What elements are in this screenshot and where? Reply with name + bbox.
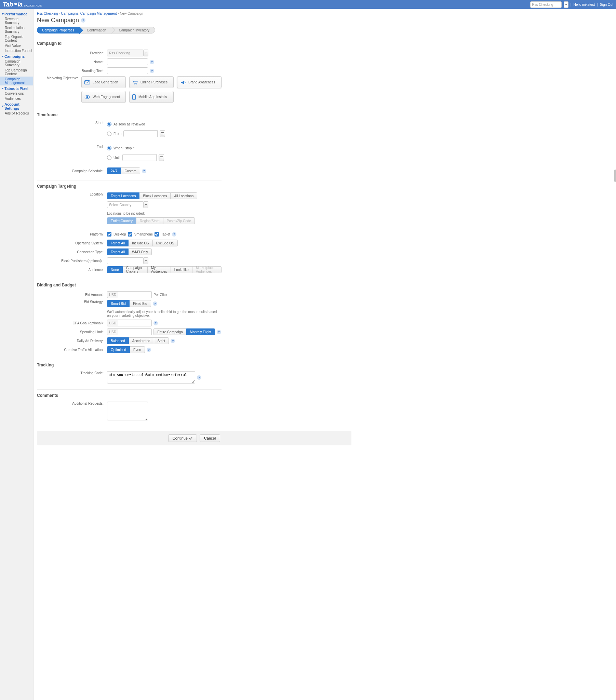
sidebar-item-interaction-funnel[interactable]: Interaction Funnel — [0, 48, 33, 53]
start-asap-radio[interactable]: As soon as reviewed — [107, 122, 145, 126]
os-include-button[interactable]: Include OS — [128, 240, 152, 247]
platform-desktop-checkbox[interactable]: Desktop — [107, 232, 126, 237]
calendar-button[interactable] — [160, 130, 165, 137]
audience-marketplace-button[interactable]: Marketplace Audiences — [192, 266, 222, 273]
wizard-step-properties[interactable]: Campaign Properties — [37, 27, 80, 34]
branding-input[interactable] — [107, 67, 148, 74]
start-from-radio[interactable]: From — [107, 130, 165, 137]
wizard-step-inventory[interactable]: Campaign Inventory — [112, 27, 156, 34]
name-input[interactable] — [107, 59, 148, 65]
calendar-button[interactable] — [159, 154, 164, 161]
provider-select[interactable]: Rss Checking — [107, 50, 144, 57]
sidebar-section-performance[interactable]: Performance — [2, 12, 33, 16]
country-select-button[interactable] — [144, 201, 148, 208]
sidebar-item-campaign-management[interactable]: Campaign Management — [0, 77, 33, 86]
sidebar-item-conversions[interactable]: Conversions — [0, 91, 33, 96]
location-all-button[interactable]: All Locations — [170, 192, 197, 199]
audience-lookalike-button[interactable]: Lookalike — [171, 266, 193, 273]
scrollbar[interactable] — [614, 9, 616, 700]
creative-optimized-button[interactable]: Optimized — [107, 346, 130, 353]
help-icon[interactable]: ? — [217, 330, 221, 334]
help-icon[interactable]: ? — [197, 375, 201, 380]
end-stop-radio[interactable]: When I stop it — [107, 146, 134, 150]
audience-none-button[interactable]: None — [107, 266, 123, 273]
block-publishers-button[interactable] — [144, 258, 148, 264]
platform-smartphone-checkbox[interactable]: Smartphone — [128, 232, 153, 237]
objective-lead-generation[interactable]: Lead Generation — [81, 76, 126, 88]
help-icon[interactable]: ? — [142, 169, 146, 173]
breadcrumb-account[interactable]: Rss Checking — [37, 12, 58, 15]
objective-web-engagement[interactable]: Web Engagement — [81, 91, 126, 103]
scope-postal-button[interactable]: Postal/Zip Code — [163, 217, 195, 224]
signout-link[interactable]: Sign Out — [600, 3, 613, 7]
os-target-all-button[interactable]: Target All — [107, 240, 128, 247]
daily-strict-button[interactable]: Strict — [154, 337, 169, 344]
sidebar-item-recirculation-summary[interactable]: Recirculation Summary — [0, 25, 33, 34]
help-icon[interactable]: ? — [172, 232, 176, 237]
spending-monthly-button[interactable]: Monthly Flight — [186, 328, 215, 335]
end-date-input[interactable] — [122, 154, 157, 161]
continue-button[interactable]: Continue — [168, 435, 197, 442]
objective-mobile-app-installs[interactable]: Mobile App Installs — [129, 91, 174, 103]
sidebar-item-top-campaign-content[interactable]: Top Campaign Content — [0, 68, 33, 77]
conn-wifi-button[interactable]: Wi-Fi Only — [128, 249, 152, 255]
help-icon[interactable]: ? — [147, 348, 151, 352]
sidebar-item-top-organic-content[interactable]: Top Organic Content — [0, 34, 33, 43]
creative-even-button[interactable]: Even — [130, 346, 145, 353]
location-target-button[interactable]: Target Locations — [107, 192, 139, 199]
label-daily: Daily Ad Delivery: — [37, 339, 107, 343]
tracking-code-textarea[interactable] — [107, 371, 195, 384]
breadcrumb-campaigns[interactable]: Campaigns: Campaign Management — [61, 12, 117, 15]
comments-textarea[interactable] — [107, 402, 148, 421]
sidebar-item-ads-txt-records[interactable]: Ads.txt Records — [0, 111, 33, 116]
calendar-icon — [160, 156, 163, 159]
help-icon[interactable]: ? — [153, 321, 158, 325]
sidebar-item-audiences[interactable]: Audiences — [0, 96, 33, 101]
wizard-step-confirmation[interactable]: Confirmation — [79, 27, 112, 34]
objective-brand-awareness[interactable]: Brand Awareness — [177, 76, 222, 88]
strategy-fixed-button[interactable]: Fixed Bid — [129, 300, 151, 307]
help-icon[interactable]: ? — [150, 69, 154, 73]
os-exclude-button[interactable]: Exclude OS — [152, 240, 178, 247]
schedule-247-button[interactable]: 24/7 — [107, 167, 121, 174]
help-icon[interactable]: ? — [150, 60, 154, 64]
account-dropdown-button[interactable] — [564, 1, 568, 8]
sidebar-section-taboola-pixel[interactable]: Taboola Pixel — [2, 87, 33, 90]
sidebar-item-revenue-summary[interactable]: Revenue Summary — [0, 16, 33, 25]
sidebar-section-campaigns[interactable]: Campaigns — [2, 54, 33, 59]
cancel-button[interactable]: Cancel — [200, 435, 220, 442]
objective-online-purchases[interactable]: Online Purchases — [129, 76, 174, 88]
end-until-radio[interactable]: Until — [107, 154, 164, 161]
svg-rect-11 — [160, 157, 163, 159]
spending-entire-button[interactable]: Entire Campaign — [153, 328, 186, 335]
spending-input[interactable] — [118, 328, 152, 335]
help-icon[interactable]: ? — [153, 301, 157, 306]
scope-region-button[interactable]: Region/State — [136, 217, 163, 224]
section-title-comments: Comments — [37, 392, 222, 401]
label-audience: Audience: — [37, 268, 107, 272]
start-date-input[interactable] — [123, 130, 158, 137]
block-publishers-select[interactable] — [107, 258, 144, 264]
help-icon[interactable]: ? — [81, 18, 85, 23]
account-selector[interactable]: Rss Checking — [530, 1, 562, 8]
strategy-smart-button[interactable]: Smart Bid — [107, 300, 130, 307]
provider-select-button[interactable] — [144, 50, 148, 57]
audience-my-button[interactable]: My Audiences — [147, 266, 171, 273]
scope-country-button[interactable]: Entire Country — [107, 217, 136, 224]
conn-target-all-button[interactable]: Target All — [107, 249, 128, 255]
platform-tablet-checkbox[interactable]: Tablet — [155, 232, 170, 237]
location-block-button[interactable]: Block Locations — [139, 192, 171, 199]
scrollbar-thumb[interactable] — [614, 170, 616, 182]
daily-balanced-button[interactable]: Balanced — [107, 337, 129, 344]
bid-amount-input[interactable] — [118, 291, 152, 298]
cpa-input[interactable] — [118, 320, 152, 326]
hello-user-link[interactable]: Hello mikatest — [573, 3, 595, 7]
sidebar-item-campaign-summary[interactable]: Campaign Summary — [0, 59, 33, 68]
sidebar-item-visit-value[interactable]: Visit Value — [0, 43, 33, 48]
sidebar-section-account-settings[interactable]: Account Settings — [2, 102, 33, 110]
daily-accelerated-button[interactable]: Accelerated — [128, 337, 154, 344]
country-select[interactable]: Select Country — [107, 201, 144, 208]
schedule-custom-button[interactable]: Custom — [121, 167, 140, 174]
audience-clickers-button[interactable]: Campaign Clickers — [122, 266, 148, 273]
help-icon[interactable]: ? — [171, 339, 175, 343]
